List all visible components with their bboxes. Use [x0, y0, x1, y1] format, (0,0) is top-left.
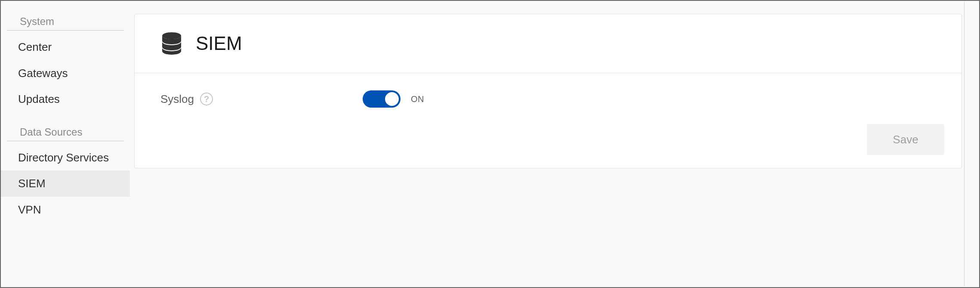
help-icon[interactable]: ?	[200, 93, 213, 105]
syslog-toggle[interactable]	[363, 90, 401, 108]
settings-card: SIEM Syslog ? ON Save	[134, 14, 962, 168]
toggle-knob	[385, 92, 399, 106]
svg-point-0	[162, 32, 181, 39]
sidebar-group-system: System	[7, 14, 124, 31]
sidebar-item-updates[interactable]: Updates	[1, 86, 130, 112]
sidebar-item-siem[interactable]: SIEM	[1, 170, 130, 197]
sidebar-item-gateways[interactable]: Gateways	[1, 60, 130, 87]
main-content: SIEM Syslog ? ON Save	[130, 1, 979, 287]
syslog-toggle-state: ON	[411, 94, 424, 104]
page-title: SIEM	[196, 33, 242, 54]
card-header: SIEM	[135, 14, 962, 73]
sidebar-item-center[interactable]: Center	[1, 34, 130, 60]
sidebar-item-vpn[interactable]: VPN	[1, 197, 130, 223]
database-icon	[160, 31, 183, 56]
sidebar-group-data-sources: Data Sources	[7, 124, 124, 141]
app-frame: System Center Gateways Updates Data Sour…	[0, 0, 980, 288]
save-button[interactable]: Save	[867, 124, 944, 155]
syslog-label-text: Syslog	[160, 93, 194, 106]
sidebar: System Center Gateways Updates Data Sour…	[1, 1, 130, 287]
sidebar-item-directory-services[interactable]: Directory Services	[1, 145, 130, 171]
setting-row-syslog: Syslog ? ON	[160, 90, 936, 108]
card-body: Syslog ? ON Save	[135, 73, 962, 168]
setting-label-syslog: Syslog ?	[160, 93, 363, 106]
scrollbar-track[interactable]	[964, 2, 965, 286]
